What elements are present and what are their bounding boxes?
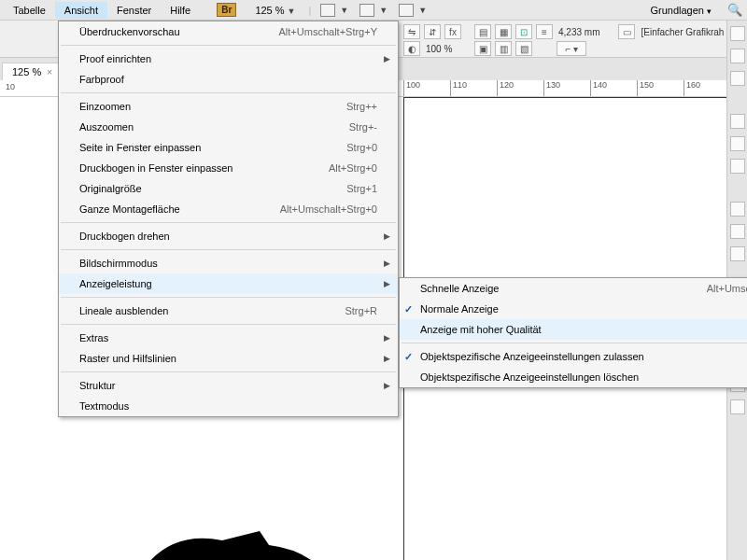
effects-icon[interactable]: fx	[444, 24, 461, 39]
menu-shortcut: Strg++	[346, 101, 377, 112]
view-options-icon[interactable]	[359, 4, 374, 17]
menu-item-label: Ganze Montagefläche	[79, 203, 180, 215]
ruler-tick: 160	[684, 80, 730, 96]
menu-shortcut: Strg+R	[345, 305, 377, 316]
flip-v-icon[interactable]: ⇵	[424, 24, 441, 39]
menu-item[interactable]: OriginalgrößeStrg+1	[59, 178, 398, 199]
menu-item[interactable]: AuszoomenStrg+-	[59, 117, 398, 137]
menu-shortcut: Alt+Umschalt+Strg+Y	[279, 26, 377, 37]
chevron-down-icon: ▼	[288, 7, 296, 16]
submenu-arrow-icon: ▶	[384, 381, 390, 390]
frame-style[interactable]: [Einfacher Grafikrah	[641, 27, 724, 37]
submenu-arrow-icon: ▶	[384, 333, 390, 343]
stroke-weight-icon[interactable]: ≡	[536, 24, 553, 39]
tab-label: 125 %	[12, 66, 41, 77]
stroke-panel-icon[interactable]	[730, 114, 745, 129]
menu-item-label: Proof einrichten	[79, 53, 151, 64]
ruler-tick: 110	[450, 80, 497, 96]
paragraph-styles-icon[interactable]	[730, 224, 745, 239]
menu-item-label: Raster und Hilfslinien	[79, 353, 176, 364]
ruler-tick: 120	[497, 80, 543, 96]
menu-item-label: Druckbogen in Fenster einpassen	[79, 162, 233, 174]
artwork-shark[interactable]	[138, 526, 334, 560]
pages-panel-icon[interactable]	[730, 26, 745, 41]
menu-item[interactable]: Proof einrichten▶	[59, 49, 398, 69]
submenu-arrow-icon: ▶	[384, 54, 390, 63]
check-icon: ✓	[404, 351, 413, 363]
menu-item[interactable]: Textmodus	[59, 396, 398, 416]
menu-item[interactable]: EinzoomenStrg++	[59, 96, 398, 117]
color-panel-icon[interactable]	[730, 136, 745, 151]
menu-item-label: Anzeige mit hoher Qualität	[420, 324, 542, 335]
flip-h-icon[interactable]: ⇋	[403, 24, 420, 39]
ansicht-menu: ÜberdruckenvorschauAlt+Umschalt+Strg+YPr…	[58, 21, 399, 417]
menu-item-label: Objektspezifische Anzeigeeinstellungen l…	[420, 371, 639, 383]
align-stroke-icon[interactable]: ▤	[474, 24, 491, 39]
crop-icon[interactable]: ⊡	[515, 24, 532, 39]
menu-item[interactable]: Anzeigeleistung▶	[59, 273, 398, 294]
align-center-icon[interactable]: ▦	[495, 24, 512, 39]
menu-shortcut: Alt+Strg+0	[329, 162, 377, 174]
menu-hilfe[interactable]: Hilfe	[161, 2, 200, 19]
check-icon: ✓	[404, 303, 413, 315]
opacity-value[interactable]: 100 %	[426, 44, 452, 54]
zoom-display[interactable]: 125 %▼	[249, 5, 301, 16]
bridge-button[interactable]: Br	[217, 3, 236, 17]
submenu-arrow-icon: ▶	[384, 354, 390, 363]
menu-shortcut: Alt+Umsc	[707, 283, 747, 294]
menu-item[interactable]: Raster und Hilfslinien▶	[59, 348, 398, 369]
layers-panel-icon[interactable]	[730, 49, 745, 63]
links-panel-icon[interactable]	[730, 71, 745, 86]
menu-item[interactable]: ✓Objektspezifische Anzeigeeinstellungen …	[400, 346, 747, 367]
menu-item[interactable]: Extras▶	[59, 328, 398, 348]
menu-shortcut: Strg+-	[349, 121, 377, 133]
menu-item-label: Einzoomen	[79, 101, 131, 112]
text-wrap-3-icon[interactable]: ▧	[515, 41, 532, 56]
menu-fenster[interactable]: Fenster	[107, 2, 161, 19]
menu-item[interactable]: ✓Normale Anzeige	[400, 299, 747, 319]
menu-item[interactable]: Druckbogen drehen▶	[59, 226, 398, 246]
menu-ansicht[interactable]: Ansicht	[55, 2, 107, 19]
arrange-icon[interactable]	[399, 4, 414, 17]
text-wrap-2-icon[interactable]: ▥	[495, 41, 512, 56]
menu-item[interactable]: Ganze MontageflächeAlt+Umschalt+Strg+0	[59, 199, 398, 219]
menu-item[interactable]: Objektspezifische Anzeigeeinstellungen l…	[400, 367, 747, 387]
menu-item-label: Normale Anzeige	[420, 303, 499, 315]
menu-item[interactable]: Schnelle AnzeigeAlt+Umsc	[400, 278, 747, 299]
text-wrap-1-icon[interactable]: ▣	[474, 41, 491, 56]
menu-item[interactable]: Struktur▶	[59, 375, 398, 396]
menu-item[interactable]: ÜberdruckenvorschauAlt+Umschalt+Strg+Y	[59, 21, 398, 42]
menu-item-label: Struktur	[79, 380, 116, 391]
menu-item-label: Auszoomen	[79, 121, 134, 133]
object-styles-icon[interactable]	[730, 202, 745, 217]
ruler-origin: 10	[6, 82, 15, 91]
close-tab-icon[interactable]: ×	[47, 67, 52, 77]
ruler-tick: 150	[637, 80, 684, 96]
opacity-icon[interactable]: ◐	[403, 41, 420, 56]
menu-tabelle[interactable]: Tabelle	[4, 2, 55, 19]
frame-icon[interactable]: ▭	[618, 24, 635, 39]
menu-item-label: Originalgröße	[79, 183, 142, 194]
workspace-switcher[interactable]: Grundlagen ▾	[650, 5, 712, 16]
menubar: Tabelle Ansicht Fenster Hilfe Br 125 %▼ …	[0, 0, 747, 21]
menu-item[interactable]: Lineale ausblendenStrg+R	[59, 301, 398, 321]
swatches-panel-icon[interactable]	[730, 159, 745, 174]
screen-mode-icon[interactable]	[320, 4, 335, 17]
ruler-tick: 100	[403, 80, 450, 96]
menu-item-label: Überdruckenvorschau	[79, 26, 180, 37]
corner-icon[interactable]: ⌐ ▾	[557, 41, 586, 56]
menu-item[interactable]: Farbproof	[59, 69, 398, 90]
document-tab[interactable]: 125 % ×	[2, 63, 63, 80]
pathfinder-panel-icon[interactable]	[730, 399, 745, 414]
menu-item[interactable]: Seite in Fenster einpassenStrg+0	[59, 137, 398, 158]
stroke-weight-value[interactable]: 4,233 mm	[558, 27, 599, 37]
ruler-tick: 130	[543, 80, 590, 96]
submenu-arrow-icon: ▶	[384, 279, 390, 288]
menu-item-label: Seite in Fenster einpassen	[79, 142, 201, 153]
menu-item[interactable]: Anzeige mit hoher Qualität	[400, 319, 747, 340]
character-styles-icon[interactable]	[730, 246, 745, 261]
search-icon[interactable]: 🔍	[726, 2, 743, 19]
menu-item[interactable]: Bildschirmmodus▶	[59, 253, 398, 273]
menu-item[interactable]: Druckbogen in Fenster einpassenAlt+Strg+…	[59, 158, 398, 178]
menu-item-label: Textmodus	[79, 400, 129, 412]
